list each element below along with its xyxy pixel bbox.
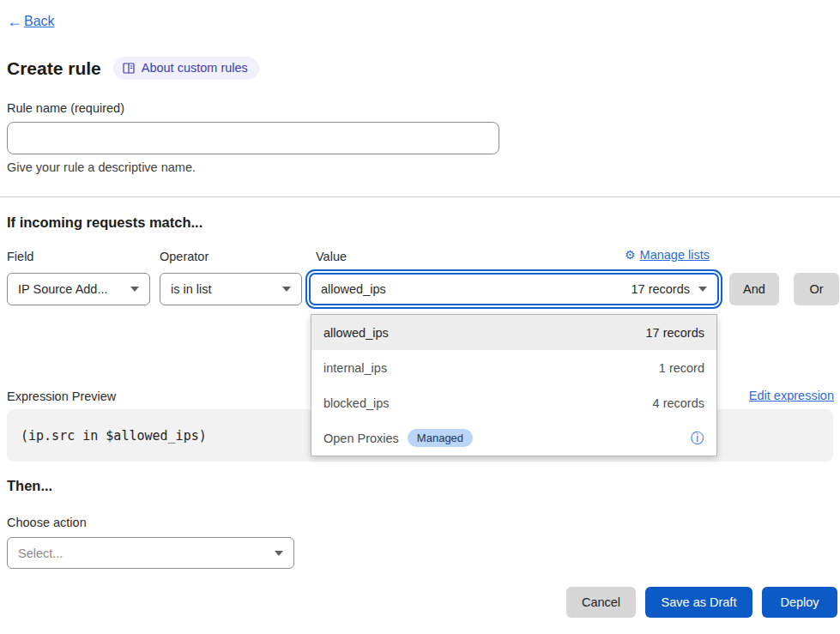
action-select-placeholder: Select... [18,546,63,560]
then-section-heading: Then... [7,478,52,494]
info-icon[interactable]: ⓘ [691,432,704,445]
deploy-button[interactable]: Deploy [762,587,837,618]
manage-lists-label[interactable]: Manage lists [640,248,710,262]
list-item-meta: 17 records [645,326,704,340]
chevron-down-icon [698,287,707,292]
value-select-meta: 17 records [631,282,690,296]
operator-label: Operator [160,250,208,263]
manage-lists-link[interactable]: ⚙ Manage lists [625,248,710,262]
list-item-name: internal_ips [323,361,387,375]
back-link[interactable]: ← Back [7,14,55,29]
match-section-heading: If incoming requests match... [7,214,202,231]
book-icon [123,63,136,74]
rule-name-input[interactable] [7,122,499,154]
value-select-selected: allowed_ips [321,282,386,296]
list-item-name: allowed_ips [323,326,389,340]
dropdown-item-open-proxies[interactable]: Open Proxies Managed ⓘ [311,420,716,456]
page-title: Create rule [7,58,101,79]
list-item-meta: 4 records [653,396,704,410]
section-divider [0,196,840,197]
operator-select[interactable]: is in list [160,273,302,305]
list-item-name: Open Proxies [323,432,399,445]
chevron-down-icon [130,287,139,292]
value-label: Value [316,250,347,263]
chevron-down-icon [275,551,283,556]
value-select[interactable]: allowed_ips 17 records [309,273,719,305]
dropdown-item-blocked-ips[interactable]: blocked_ips 4 records [311,385,716,420]
title-row: Create rule About custom rules [7,57,259,80]
edit-expression-link[interactable]: Edit expression [749,389,834,402]
value-dropdown: allowed_ips 17 records internal_ips 1 re… [311,314,717,456]
back-link-label[interactable]: Back [24,14,55,29]
back-arrow-icon: ← [7,14,22,29]
list-item-name: blocked_ips [323,396,390,410]
cancel-button[interactable]: Cancel [566,587,636,618]
choose-action-label: Choose action [7,516,87,529]
action-select[interactable]: Select... [7,537,294,569]
expression-code: (ip.src in $allowed_ips) [7,428,207,444]
field-label: Field [7,250,33,263]
expression-preview-label: Expression Preview [7,389,116,403]
gear-icon: ⚙ [625,249,636,261]
dropdown-item-allowed-ips[interactable]: allowed_ips 17 records [311,315,716,350]
chevron-down-icon [282,287,291,292]
operator-select-value: is in list [171,282,212,296]
save-as-draft-button[interactable]: Save as Draft [645,587,752,618]
list-item-meta: 1 record [659,361,704,375]
create-rule-page: ← Back Create rule About custom rules Ru… [0,0,840,634]
rule-name-label: Rule name (required) [7,101,124,115]
or-button[interactable]: Or [794,273,839,305]
about-badge-label: About custom rules [142,61,248,75]
managed-badge: Managed [408,429,473,447]
rule-name-helper: Give your rule a descriptive name. [7,160,196,174]
field-select-value: IP Source Add... [18,282,108,296]
about-custom-rules-badge[interactable]: About custom rules [113,57,259,80]
dropdown-item-internal-ips[interactable]: internal_ips 1 record [311,350,716,385]
field-select[interactable]: IP Source Add... [7,273,150,305]
and-button[interactable]: And [729,273,779,305]
